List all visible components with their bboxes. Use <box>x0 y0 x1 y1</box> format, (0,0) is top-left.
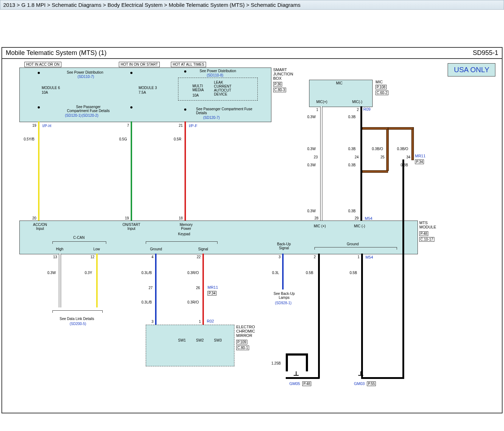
ground-symbol-1 <box>294 371 299 379</box>
wire-lbl-ccan-y: 0.3Y <box>85 271 92 275</box>
usa-only-badge: USA ONLY <box>448 63 495 77</box>
diagram-frame: Mobile Telematic System (MTS) (1) SD955-… <box>1 47 503 413</box>
in-micn: MIC (-) <box>354 224 365 228</box>
wire-lbl-03b-a: 0.3B <box>348 115 356 119</box>
mic-cref: C.60-2 <box>375 91 388 95</box>
wire-lbl-03w-b: 0.3W <box>307 147 316 151</box>
conn-ipf: I/P-F <box>189 124 197 128</box>
gnd-h1 <box>286 377 319 379</box>
mts-cref: C.10-17 <box>419 237 434 242</box>
leak-device: LEAK CURRENT AUTOCUT DEVICE <box>214 80 235 96</box>
backup-text: See Back-Up Lamps <box>271 292 298 300</box>
wire-lbl-05b-1: 0.5B <box>306 271 313 275</box>
node <box>184 70 186 73</box>
mic-page: P.108 <box>375 85 387 89</box>
fuse-det-2: See Passenger Compartment Fuse Details <box>196 107 257 115</box>
node <box>38 72 40 74</box>
wire-lbl-bo-1: 0.3B/O <box>372 147 383 151</box>
node <box>130 72 132 74</box>
out-keypad: Keypad <box>178 232 190 236</box>
pin-21: 21 <box>179 124 183 128</box>
pin-19b: 19 <box>125 216 129 220</box>
wire-lbl-ccan-w: 0.3W <box>47 271 56 275</box>
wire-shield-v1 <box>386 127 389 171</box>
pin-29: 29 <box>355 216 359 220</box>
mic-pos: MIC(+) <box>316 100 327 104</box>
out-bu: Back-Up Signal <box>275 242 293 250</box>
datalink-text: See Data Link Details <box>60 317 94 321</box>
pin-1: 1 <box>358 255 360 259</box>
mr11-page-top: P.34 <box>415 159 424 164</box>
sw2: SW2 <box>196 338 204 342</box>
wire-mic-neg <box>360 106 362 221</box>
wire-lbl-03b-b: 0.3B <box>348 147 356 151</box>
ecm-page: P.109 <box>236 340 247 344</box>
sd1201[interactable]: (SD120-1) <box>65 113 81 117</box>
wire-backup <box>282 254 284 289</box>
sjb-page: P.36 <box>273 82 282 87</box>
pin-12: 12 <box>90 255 94 259</box>
ecm-box <box>146 325 234 366</box>
gm03-page: P.55 <box>367 381 376 386</box>
gnd-bridge-top <box>286 353 307 356</box>
conn-iph: I/P-H <box>42 124 51 128</box>
wire-ccan-l <box>96 254 98 307</box>
conn-gm03: GM03 <box>354 381 365 386</box>
conn-gm05: GM05 <box>289 381 300 386</box>
sd1108[interactable]: (SD110-8) <box>207 73 223 77</box>
gnd-bridge-l <box>286 353 288 371</box>
pin-23: 23 <box>314 155 318 159</box>
out-low: Low <box>93 247 100 251</box>
gm05-page: P.48 <box>302 381 311 386</box>
in-mem: Memory Power <box>176 223 196 231</box>
brace-keypad <box>146 241 218 245</box>
pin-24: 24 <box>355 155 359 159</box>
pin-19: 19 <box>32 124 36 128</box>
wire-lbl-lb2: 0.3L/B <box>141 300 152 304</box>
ecm-name: ELECTRO CHROMIC MIRROR <box>236 325 261 338</box>
fuse-det-1: See Passenger Compartment Fuse Details <box>65 105 112 113</box>
wire-shield-h3 <box>388 127 413 130</box>
sd1202[interactable]: (SD120-2) <box>82 113 98 117</box>
wire-lbl-g: 0.5G <box>119 137 127 141</box>
brace-datalink <box>52 310 103 314</box>
wire-lbl-03w-c: 0.3W <box>307 163 316 167</box>
node <box>184 108 186 111</box>
hot-on-label: HOT IN ON OR START <box>119 62 160 67</box>
hot-all-label: HOT AT ALL TIMES <box>171 62 206 67</box>
wire-shield-h2 <box>362 170 388 173</box>
mic-pin-2: 2 <box>357 108 359 112</box>
pin-22: 22 <box>197 255 201 259</box>
sjb-name: SMART JUNCTION BOX <box>273 68 302 80</box>
sd9281[interactable]: (SD928-1) <box>275 301 291 305</box>
wire-lbl-l: 0.3L <box>272 271 279 275</box>
pwr-dist-1: See Power Distribution <box>67 70 103 74</box>
conn-mr11-bot: MR11 <box>207 285 218 289</box>
sd1107[interactable]: (SD110-7) <box>78 75 94 79</box>
sjb-cref: C.80-3 <box>273 88 286 92</box>
conn-r02: R02 <box>207 319 214 323</box>
out-high: High <box>56 247 64 251</box>
pwr-dist-2: See Power Distribution <box>200 69 236 73</box>
wire-lbl-ro1: 0.3R/O <box>187 271 199 275</box>
wire-lbl-03b-d: 0.3B <box>348 209 356 213</box>
wire-lbl-125b: 1.25B <box>271 361 281 365</box>
mts-name: MTS MODULE <box>419 221 441 229</box>
in-acc: ACC/ON Input <box>30 223 50 231</box>
wire-ccan-h <box>59 254 61 307</box>
sw3: SW3 <box>214 338 222 342</box>
sd2005[interactable]: (SD200-5) <box>70 322 86 326</box>
pin-2: 2 <box>314 255 316 259</box>
in-on: ON/START Input <box>121 223 142 231</box>
wire-g <box>131 121 132 221</box>
module3: MODULE 3 <box>139 86 157 90</box>
diagram-title: Mobile Telematic System (MTS) (1) <box>6 49 107 57</box>
sd1207[interactable]: (SD120-7) <box>203 116 220 120</box>
wire-r <box>185 121 186 221</box>
in-micp: MIC (+) <box>314 224 326 228</box>
node <box>38 106 40 108</box>
sw1: SW1 <box>178 338 186 342</box>
mic-pin-1: 1 <box>316 108 318 112</box>
pin-4: 4 <box>151 255 154 259</box>
conn-r09: R09 <box>363 107 370 111</box>
